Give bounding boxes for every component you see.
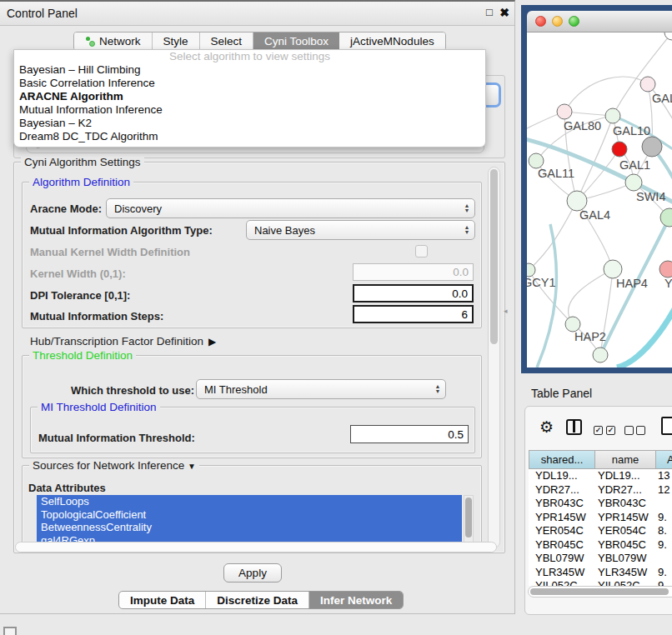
- table-horizontal-scrollbar[interactable]: [528, 586, 672, 598]
- settings-vertical-scrollbar[interactable]: [488, 167, 500, 548]
- float-window-icon[interactable]: □: [483, 6, 496, 19]
- table-cell: 8.: [656, 524, 672, 538]
- network-edge[interactable]: [617, 308, 672, 368]
- node-unlabeled[interactable]: [642, 137, 662, 157]
- column-header-a[interactable]: A: [656, 450, 672, 469]
- node-hap4[interactable]: [604, 260, 622, 278]
- mi-threshold-label: Mutual Information Threshold:: [38, 432, 195, 444]
- aracne-mode-combobox[interactable]: Discovery ▲▼: [106, 198, 475, 218]
- node-gal80[interactable]: [557, 104, 572, 119]
- mi-steps-field[interactable]: 6: [353, 305, 474, 323]
- table-cell: [656, 497, 672, 511]
- table-cell: YIL052C: [595, 579, 656, 586]
- unchecked-checkbox-icon[interactable]: [636, 426, 645, 435]
- table-panel: ⚙ ✓ ✓ shared...nameA YDL19...YDL19...13Y…: [524, 406, 672, 615]
- control-panel-window: Control Panel □ ✖ NetworkStyleSelectCyni…: [0, 0, 515, 614]
- expand-right-icon: ▶: [208, 336, 216, 348]
- unchecked-checkbox-icon[interactable]: [624, 426, 634, 435]
- data-attributes-label: Data Attributes: [28, 482, 106, 494]
- gear-icon[interactable]: ⚙: [539, 418, 554, 437]
- hub-definition-toggle[interactable]: Hub/Transcription Factor Definition▶: [30, 335, 216, 348]
- table-cell: YBL079W: [595, 552, 656, 566]
- table-cell: [656, 552, 672, 566]
- which-threshold-combobox[interactable]: MI Threshold ▲▼: [196, 379, 446, 399]
- tab-network[interactable]: Network: [74, 32, 153, 50]
- table-row[interactable]: YBL079WYBL079W: [529, 552, 672, 566]
- mi-algorithm-type-combobox[interactable]: Naive Bayes ▲▼: [246, 220, 475, 240]
- minimize-traffic-light-icon[interactable]: [552, 16, 563, 27]
- mi-threshold-field[interactable]: 0.5: [350, 425, 469, 443]
- table-row[interactable]: YIL052CYIL052C9.: [529, 579, 672, 586]
- apply-button[interactable]: Apply: [223, 563, 282, 582]
- algorithm-option-basic-correlation-inference[interactable]: Basic Correlation Inference: [14, 77, 485, 90]
- node-gal1[interactable]: [625, 174, 642, 191]
- table-row[interactable]: YPR145WYPR145W9.: [529, 511, 672, 525]
- table-cell: 9.: [656, 538, 672, 552]
- attributes-list-scrollbar[interactable]: [464, 495, 474, 547]
- algorithm-option-aracne-algorithm[interactable]: ARACNE Algorithm: [14, 90, 485, 103]
- table-cell: YDL19...: [595, 469, 656, 483]
- node-label: GCY1: [527, 276, 556, 289]
- minimized-panel-icon[interactable]: [3, 627, 17, 635]
- node-unlabeled[interactable]: [593, 348, 608, 362]
- network-view-window: GALGAL80GAL10GAL11GAL1GAL4SWI4GCY1HAP4YH…: [521, 5, 672, 373]
- table-header-row: shared...nameA: [529, 450, 672, 469]
- algorithm-option-dream8-dc-tdc-algorithm[interactable]: Dream8 DC_TDC Algorithm: [14, 130, 485, 143]
- algorithm-option-bayesian-k2[interactable]: Bayesian – K2: [14, 117, 485, 130]
- node-gal10[interactable]: [605, 108, 620, 123]
- data-attribute-item[interactable]: TopologicalCoefficient: [37, 508, 462, 522]
- table-cell: YPR145W: [529, 511, 595, 525]
- table-cell: 13: [656, 469, 672, 483]
- table-row[interactable]: YDR27...YDR27...12: [529, 483, 672, 498]
- zoom-traffic-light-icon[interactable]: [569, 16, 579, 27]
- node-swi4[interactable]: [660, 208, 672, 227]
- tab-select[interactable]: Select: [200, 32, 254, 50]
- checked-checkbox-icon[interactable]: ✓: [606, 426, 615, 435]
- table-cell: YDR27...: [595, 483, 656, 498]
- document-icon[interactable]: [661, 417, 672, 435]
- node-y[interactable]: [659, 261, 672, 278]
- settings-horizontal-scrollbar[interactable]: [15, 542, 497, 552]
- bottom-tab-infer-network[interactable]: Infer Network: [309, 592, 403, 608]
- network-canvas[interactable]: GALGAL80GAL10GAL11GAL1GAL4SWI4GCY1HAP4YH…: [527, 32, 672, 368]
- column-header-name[interactable]: name: [595, 450, 656, 469]
- dpi-tolerance-field[interactable]: 0.0: [353, 284, 474, 302]
- sources-legend[interactable]: Sources for Network Inference ▼: [29, 459, 199, 472]
- table-row[interactable]: YBR043CYBR043C: [529, 497, 672, 511]
- control-panel-titlebar: Control Panel □ ✖: [0, 2, 514, 26]
- close-traffic-light-icon[interactable]: [535, 16, 546, 27]
- algorithm-definition-legend: Algorithm Definition: [29, 176, 133, 188]
- node-label: Y: [664, 277, 672, 290]
- manual-kernel-width-checkbox: [415, 245, 428, 258]
- close-window-icon[interactable]: ✖: [498, 6, 511, 19]
- data-attribute-item[interactable]: BetweennessCentrality: [37, 521, 462, 534]
- table-cell: YIL052C: [529, 579, 595, 586]
- bottom-tab-discretize-data[interactable]: Discretize Data: [206, 592, 309, 608]
- table-cell: 9.: [656, 566, 672, 580]
- cyni-settings-legend: Cyni Algorithm Settings: [21, 156, 144, 168]
- table-row[interactable]: YBR045CYBR045C9.: [529, 538, 672, 552]
- node-gal[interactable]: [640, 77, 655, 92]
- data-attribute-item[interactable]: SelfLoops: [37, 495, 462, 508]
- algorithm-option-mutual-information-inference[interactable]: Mutual Information Inference: [14, 103, 485, 117]
- network-edge[interactable]: [564, 77, 648, 112]
- algorithm-option-bayesian-hill-climbing[interactable]: Bayesian – Hill Climbing: [14, 63, 485, 77]
- tab-jactivemnodules[interactable]: jActiveMNodules: [339, 32, 445, 50]
- combo-stepper-icon: ▲▼: [459, 225, 474, 235]
- table-row[interactable]: YDL19...YDL19...13: [529, 469, 672, 483]
- bottom-tab-impute-data[interactable]: Impute Data: [119, 592, 206, 608]
- columns-icon[interactable]: [566, 419, 582, 435]
- panel-splitter-arrow[interactable]: ◂: [504, 307, 508, 315]
- network-view-titlebar[interactable]: [527, 11, 672, 32]
- table-row[interactable]: YLR345WYLR345W9.: [529, 566, 672, 580]
- column-header-shared-[interactable]: shared...: [529, 450, 595, 469]
- tab-cyni-toolbox[interactable]: Cyni Toolbox: [253, 32, 339, 50]
- which-threshold-label: Which threshold to use:: [71, 384, 194, 397]
- node-unlabeled[interactable]: [664, 32, 672, 40]
- node-unlabeled[interactable]: [612, 142, 627, 157]
- tab-style[interactable]: Style: [153, 32, 200, 50]
- table-cell: YBR045C: [529, 538, 595, 552]
- table-row[interactable]: YER054CYER054C8.: [529, 524, 672, 538]
- node-label: HAP4: [616, 277, 648, 290]
- checked-checkbox-icon[interactable]: ✓: [594, 426, 603, 435]
